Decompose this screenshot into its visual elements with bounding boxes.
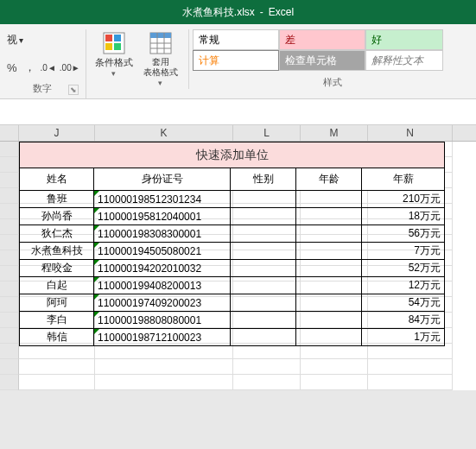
cell-age[interactable] — [296, 260, 362, 277]
percent-button[interactable]: % — [5, 61, 19, 74]
style-bad[interactable]: 差 — [279, 29, 365, 50]
conditional-format-button[interactable]: 条件格式 ▾ — [93, 29, 135, 89]
cell-salary[interactable]: 12万元 — [362, 277, 445, 294]
cell-salary[interactable]: 56万元 — [362, 225, 445, 243]
row-header[interactable] — [0, 250, 19, 266]
header-salary[interactable]: 年薪 — [362, 168, 445, 191]
row-header[interactable] — [0, 375, 19, 390]
cell-sex[interactable] — [231, 243, 296, 260]
svg-rect-1 — [105, 35, 112, 41]
cell[interactable] — [95, 359, 233, 375]
cell-age[interactable] — [296, 225, 362, 243]
cell-name[interactable]: 狄仁杰 — [20, 225, 94, 243]
row-header[interactable] — [0, 235, 19, 250]
cell-sex[interactable] — [231, 312, 296, 329]
cell-salary[interactable]: 52万元 — [362, 260, 445, 277]
cell[interactable] — [233, 359, 301, 375]
table-row: 白起11000019940820001312万元 — [20, 277, 445, 294]
cell-id[interactable]: 110000198808080001 — [94, 312, 231, 329]
cell-age[interactable] — [296, 191, 362, 208]
cell-sex[interactable] — [231, 225, 296, 243]
table-title[interactable]: 快速添加单位 — [20, 142, 445, 168]
cell-id[interactable]: 110000194202010032 — [94, 260, 231, 277]
row-header[interactable] — [0, 281, 19, 297]
row-header[interactable] — [0, 157, 19, 173]
worksheet[interactable]: J K L M N 快速添加单位 姓名 身份证号 性别 年龄 年薪 鲁班110 — [0, 125, 476, 390]
header-name[interactable]: 姓名 — [20, 168, 94, 191]
row-header[interactable] — [0, 142, 19, 157]
cell[interactable] — [301, 375, 368, 390]
style-check[interactable]: 检查单元格 — [279, 50, 365, 71]
cell-id[interactable]: 110000195812040001 — [94, 208, 231, 225]
row-header[interactable] — [0, 266, 19, 281]
cell-name[interactable]: 韩信 — [20, 329, 94, 346]
row-header[interactable] — [0, 313, 19, 328]
cell-sex[interactable] — [231, 191, 296, 208]
increase-decimal-button[interactable]: .0◄ — [41, 63, 56, 73]
col-header-L[interactable]: L — [233, 125, 301, 141]
cell[interactable] — [368, 375, 453, 390]
cell-name[interactable]: 鲁班 — [20, 191, 94, 208]
cell-id[interactable]: 110000197409200023 — [94, 294, 231, 312]
header-id[interactable]: 身份证号 — [94, 168, 231, 191]
cell-salary[interactable]: 54万元 — [362, 294, 445, 312]
cell[interactable] — [19, 359, 95, 375]
table-format-button[interactable]: 套用 表格格式 ▾ — [140, 29, 181, 89]
cell-name[interactable]: 孙尚香 — [20, 208, 94, 225]
col-header-N[interactable]: N — [368, 125, 453, 141]
cell-salary[interactable]: 84万元 — [362, 312, 445, 329]
cell-sex[interactable] — [231, 260, 296, 277]
cell[interactable] — [301, 359, 368, 375]
style-explain[interactable]: 解释性文本 — [365, 50, 443, 71]
cell-name[interactable]: 程咬金 — [20, 260, 94, 277]
row-header[interactable] — [0, 188, 19, 204]
row-header[interactable] — [0, 297, 19, 313]
cell-id[interactable]: 110000198712100023 — [94, 329, 231, 346]
cell-age[interactable] — [296, 294, 362, 312]
row-header[interactable] — [0, 359, 19, 375]
cell[interactable] — [19, 375, 95, 390]
row-header[interactable] — [0, 344, 19, 359]
style-good[interactable]: 好 — [365, 29, 443, 50]
decrease-decimal-button[interactable]: .00► — [60, 63, 80, 73]
style-calc[interactable]: 计算 — [193, 50, 279, 71]
cell-name[interactable]: 水煮鱼科技 — [20, 243, 94, 260]
cell-id[interactable]: 110000199408200013 — [94, 277, 231, 294]
cell-sex[interactable] — [231, 329, 296, 346]
comma-button[interactable]: ， — [22, 60, 37, 75]
dialog-launcher-icon[interactable]: ⬊ — [68, 85, 79, 95]
style-normal[interactable]: 常规 — [193, 29, 279, 50]
cell-id[interactable]: 110000198512301234 — [94, 191, 231, 208]
view-dropdown[interactable]: 视 ▾ — [5, 29, 80, 51]
cell-salary[interactable]: 1万元 — [362, 329, 445, 346]
cell[interactable] — [233, 375, 301, 390]
cell-salary[interactable]: 210万元 — [362, 191, 445, 208]
cell-name[interactable]: 阿珂 — [20, 294, 94, 312]
cell-sex[interactable] — [231, 294, 296, 312]
header-age[interactable]: 年龄 — [296, 168, 362, 191]
cell-name[interactable]: 李白 — [20, 312, 94, 329]
col-header-K[interactable]: K — [95, 125, 233, 141]
col-header-M[interactable]: M — [301, 125, 368, 141]
cell-age[interactable] — [296, 208, 362, 225]
cell-name[interactable]: 白起 — [20, 277, 94, 294]
header-sex[interactable]: 性别 — [231, 168, 296, 191]
row-header[interactable] — [0, 219, 19, 235]
col-header-J[interactable]: J — [19, 125, 95, 141]
row-header[interactable] — [0, 173, 19, 188]
cell-sex[interactable] — [231, 208, 296, 225]
cell-age[interactable] — [296, 329, 362, 346]
cell-sex[interactable] — [231, 277, 296, 294]
cell[interactable] — [95, 375, 233, 390]
select-all-corner[interactable] — [0, 125, 19, 141]
cell-age[interactable] — [296, 312, 362, 329]
row-header[interactable] — [0, 204, 19, 219]
cell-id[interactable]: 110000198308300001 — [94, 225, 231, 243]
cell-salary[interactable]: 18万元 — [362, 208, 445, 225]
row-header[interactable] — [0, 328, 19, 344]
cell-salary[interactable]: 7万元 — [362, 243, 445, 260]
cell-age[interactable] — [296, 243, 362, 260]
cell-id[interactable]: 110000194505080021 — [94, 243, 231, 260]
cell-age[interactable] — [296, 277, 362, 294]
cell[interactable] — [368, 359, 453, 375]
